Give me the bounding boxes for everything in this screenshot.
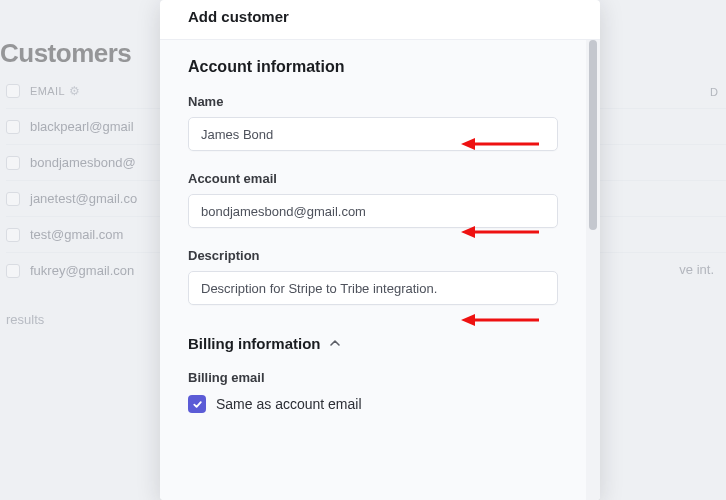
row-checkbox[interactable] xyxy=(6,120,20,134)
row-checkbox[interactable] xyxy=(6,228,20,242)
description-input[interactable] xyxy=(188,271,558,305)
billing-email-label: Billing email xyxy=(188,370,558,385)
truncated-text: ve int. xyxy=(679,262,714,277)
row-email: fukrey@gmail.con xyxy=(30,263,134,278)
column-header-email: EMAIL xyxy=(30,85,65,97)
row-email: test@gmail.com xyxy=(30,227,123,242)
select-all-checkbox[interactable] xyxy=(6,84,20,98)
page-title: Customers xyxy=(0,38,131,69)
chevron-up-icon xyxy=(329,335,341,352)
row-checkbox[interactable] xyxy=(6,156,20,170)
billing-title-text: Billing information xyxy=(188,335,321,352)
add-customer-modal: Add customer Account information Name Ac… xyxy=(160,0,600,500)
modal-title: Add customer xyxy=(160,0,600,40)
row-email: bondjamesbond@ xyxy=(30,155,136,170)
same-as-account-label: Same as account email xyxy=(216,396,362,412)
row-checkbox[interactable] xyxy=(6,192,20,206)
account-email-input[interactable] xyxy=(188,194,558,228)
name-label: Name xyxy=(188,94,558,109)
modal-scrollbar[interactable] xyxy=(586,40,600,500)
account-email-label: Account email xyxy=(188,171,558,186)
name-input[interactable] xyxy=(188,117,558,151)
description-label: Description xyxy=(188,248,558,263)
same-as-account-checkbox[interactable] xyxy=(188,395,206,413)
row-checkbox[interactable] xyxy=(6,264,20,278)
row-email: blackpearl@gmail xyxy=(30,119,134,134)
row-email: janetest@gmail.co xyxy=(30,191,137,206)
section-title-billing[interactable]: Billing information xyxy=(188,335,558,352)
column-header-truncated: D xyxy=(710,86,718,98)
results-text: results xyxy=(6,312,44,327)
section-title-account: Account information xyxy=(188,58,558,76)
scrollbar-thumb[interactable] xyxy=(589,40,597,230)
gear-icon[interactable]: ⚙ xyxy=(69,84,80,98)
